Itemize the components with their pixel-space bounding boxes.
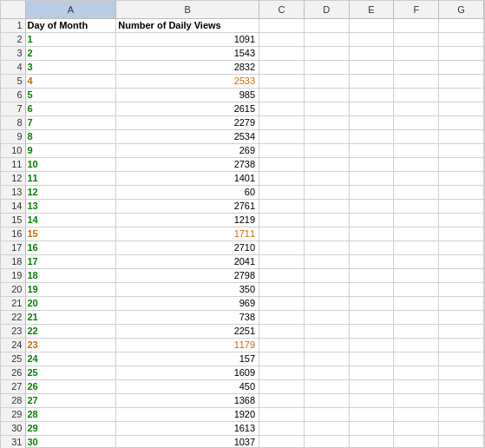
cell-empty[interactable] (259, 227, 305, 240)
cell-empty[interactable] (394, 227, 439, 240)
cell-empty[interactable] (394, 88, 439, 102)
cell-empty[interactable] (304, 129, 349, 143)
cell-empty[interactable] (394, 157, 439, 171)
cell-empty[interactable] (439, 366, 484, 379)
cell-col-b[interactable]: 1609 (116, 366, 259, 379)
cell-empty[interactable] (304, 352, 349, 366)
cell-col-a[interactable]: 18 (25, 268, 116, 282)
cell-empty[interactable] (349, 254, 394, 268)
cell-empty[interactable] (439, 379, 484, 393)
cell-col-a[interactable]: 28 (25, 407, 116, 421)
cell-empty[interactable] (439, 129, 484, 143)
cell-empty[interactable] (394, 199, 439, 213)
cell-empty[interactable] (439, 46, 484, 60)
cell-empty[interactable] (439, 185, 484, 199)
cell-empty[interactable] (439, 240, 484, 254)
cell-empty[interactable] (439, 254, 484, 268)
cell-empty[interactable] (259, 129, 305, 143)
cell-col-b[interactable]: 1368 (116, 393, 259, 407)
cell-col-a[interactable]: 2 (25, 46, 116, 60)
cell-empty[interactable] (349, 46, 394, 60)
cell-empty[interactable] (259, 324, 305, 338)
cell-col-a[interactable]: 13 (25, 199, 116, 213)
cell-col-a[interactable]: 17 (25, 254, 116, 268)
cell-empty[interactable] (259, 393, 305, 407)
cell-col-a[interactable]: 25 (25, 366, 116, 379)
cell-empty[interactable] (304, 393, 349, 407)
cell-col-a[interactable]: 9 (25, 143, 116, 157)
cell-empty[interactable] (259, 407, 305, 421)
cell-empty[interactable] (259, 32, 305, 46)
cell-col-a[interactable]: 30 (25, 435, 116, 448)
cell-empty[interactable] (439, 32, 484, 46)
cell-empty[interactable] (439, 213, 484, 227)
cell-empty[interactable] (349, 338, 394, 352)
cell-empty[interactable] (304, 32, 349, 46)
cell-empty[interactable] (439, 199, 484, 213)
cell-empty[interactable] (394, 213, 439, 227)
cell-empty[interactable] (259, 282, 305, 296)
cell-empty[interactable] (394, 115, 439, 129)
cell-empty[interactable] (304, 324, 349, 338)
col-g-header[interactable]: G (439, 1, 484, 18)
cell-empty[interactable] (394, 240, 439, 254)
cell-f1[interactable] (394, 18, 439, 32)
cell-empty[interactable] (349, 324, 394, 338)
cell-col-b[interactable]: 738 (116, 310, 259, 324)
cell-empty[interactable] (394, 268, 439, 282)
cell-empty[interactable] (439, 143, 484, 157)
cell-col-b[interactable]: 1613 (116, 421, 259, 435)
cell-col-b[interactable]: 2251 (116, 324, 259, 338)
cell-empty[interactable] (439, 102, 484, 115)
cell-empty[interactable] (259, 213, 305, 227)
cell-empty[interactable] (259, 379, 305, 393)
cell-empty[interactable] (349, 185, 394, 199)
cell-empty[interactable] (394, 324, 439, 338)
cell-empty[interactable] (349, 157, 394, 171)
cell-empty[interactable] (439, 171, 484, 185)
cell-empty[interactable] (259, 46, 305, 60)
cell-col-a[interactable]: 15 (25, 227, 116, 240)
cell-empty[interactable] (259, 185, 305, 199)
cell-empty[interactable] (439, 352, 484, 366)
cell-col-b[interactable]: 1543 (116, 46, 259, 60)
cell-empty[interactable] (259, 60, 305, 74)
cell-empty[interactable] (439, 407, 484, 421)
cell-empty[interactable] (304, 282, 349, 296)
cell-empty[interactable] (394, 254, 439, 268)
col-d-header[interactable]: D (304, 1, 349, 18)
cell-col-a[interactable]: 21 (25, 310, 116, 324)
cell-empty[interactable] (439, 324, 484, 338)
cell-empty[interactable] (439, 157, 484, 171)
cell-empty[interactable] (304, 366, 349, 379)
cell-empty[interactable] (439, 310, 484, 324)
cell-empty[interactable] (304, 157, 349, 171)
cell-empty[interactable] (304, 268, 349, 282)
cell-empty[interactable] (349, 393, 394, 407)
cell-empty[interactable] (259, 421, 305, 435)
cell-col-b[interactable]: 1091 (116, 32, 259, 46)
cell-empty[interactable] (394, 60, 439, 74)
cell-empty[interactable] (304, 379, 349, 393)
col-f-header[interactable]: F (394, 1, 439, 18)
cell-empty[interactable] (394, 171, 439, 185)
cell-empty[interactable] (259, 157, 305, 171)
cell-empty[interactable] (259, 338, 305, 352)
cell-col-b[interactable]: 2615 (116, 102, 259, 115)
cell-empty[interactable] (349, 88, 394, 102)
cell-empty[interactable] (394, 366, 439, 379)
cell-empty[interactable] (259, 240, 305, 254)
cell-empty[interactable] (394, 282, 439, 296)
cell-col-b[interactable]: 1920 (116, 407, 259, 421)
cell-empty[interactable] (394, 352, 439, 366)
cell-empty[interactable] (304, 435, 349, 448)
cell-empty[interactable] (304, 88, 349, 102)
cell-col-a[interactable]: 16 (25, 240, 116, 254)
cell-empty[interactable] (394, 143, 439, 157)
cell-empty[interactable] (439, 115, 484, 129)
cell-empty[interactable] (349, 102, 394, 115)
cell-empty[interactable] (349, 421, 394, 435)
cell-col-b[interactable]: 60 (116, 185, 259, 199)
cell-empty[interactable] (259, 74, 305, 88)
cell-empty[interactable] (304, 407, 349, 421)
